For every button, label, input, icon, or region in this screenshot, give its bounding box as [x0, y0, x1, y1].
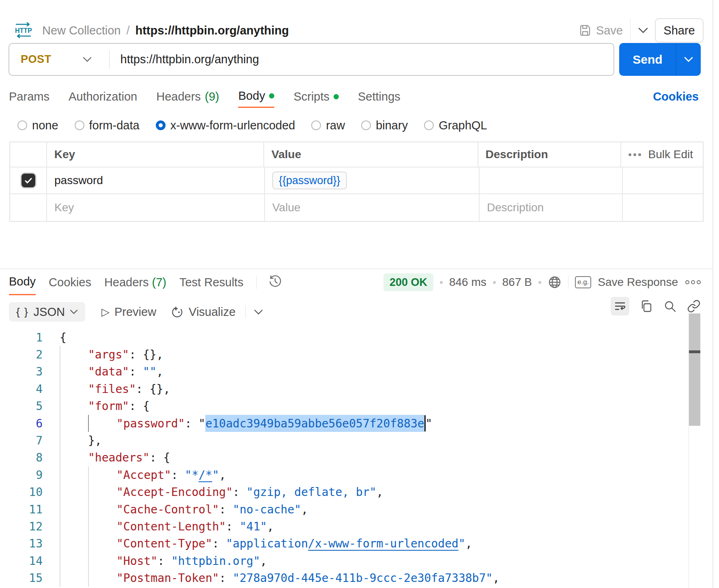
- response-time[interactable]: 846 ms: [449, 276, 487, 289]
- response-tab-test-results[interactable]: Test Results: [179, 269, 243, 295]
- search-icon[interactable]: [663, 300, 676, 313]
- line-number: 14: [0, 554, 43, 568]
- visualize-button[interactable]: Visualize: [171, 305, 236, 319]
- key-placeholder[interactable]: Key: [47, 194, 265, 221]
- description-placeholder[interactable]: Description: [480, 194, 623, 221]
- method-chevron-icon[interactable]: [82, 57, 92, 62]
- send-options-button[interactable]: [676, 57, 701, 62]
- radio-icon[interactable]: [361, 120, 371, 130]
- tab-label: Params: [9, 90, 50, 103]
- code-token: "files": [88, 380, 136, 397]
- variable-pill[interactable]: {{password}}: [272, 172, 347, 189]
- breadcrumb-collection[interactable]: New Collection: [42, 24, 121, 37]
- format-options-chevron-icon[interactable]: [254, 309, 263, 315]
- visualize-icon: [171, 305, 184, 318]
- request-tab-scripts[interactable]: Scripts: [293, 85, 339, 108]
- indent-guide: [60, 398, 88, 415]
- history-icon[interactable]: [267, 273, 283, 289]
- request-tab-body[interactable]: Body: [238, 85, 274, 108]
- method-select[interactable]: POST: [21, 53, 52, 66]
- network-globe-icon[interactable]: [548, 275, 562, 289]
- format-label: JSON: [34, 305, 65, 319]
- code-token: "Content-Type": [116, 535, 212, 552]
- body-mode-none[interactable]: none: [17, 119, 58, 132]
- body-mode-x-www-form-urlencoded[interactable]: x-www-form-urlencoded: [156, 119, 295, 132]
- code-token: {: [143, 398, 150, 415]
- radio-label: GraphQL: [439, 119, 487, 132]
- response-more-options-icon[interactable]: [685, 280, 701, 284]
- line-number: 10: [0, 485, 43, 499]
- code-token: :: [136, 380, 150, 397]
- code-line-15: 15"Postman-Token": "278a970d-445e-411b-9…: [0, 569, 719, 586]
- tab-label: Test Results: [179, 276, 243, 289]
- body-mode-raw[interactable]: raw: [311, 119, 345, 132]
- breadcrumb-request[interactable]: https://httpbin.org/anything: [135, 24, 289, 37]
- format-select[interactable]: { } JSON: [9, 302, 85, 322]
- save-options-chevron-icon[interactable]: [638, 27, 648, 34]
- line-number: 5: [0, 399, 43, 413]
- radio-icon[interactable]: [311, 120, 321, 130]
- table-header-row: Key Value Description Bulk Edit: [10, 142, 703, 167]
- preview-button[interactable]: ▷ Preview: [101, 305, 156, 319]
- radio-label: none: [32, 119, 58, 132]
- dot-separator: [538, 281, 541, 284]
- save-button[interactable]: Save: [579, 24, 623, 37]
- url-box: POST https://httpbin.org/anything: [9, 43, 614, 76]
- response-tab-headers[interactable]: Headers(7): [104, 269, 166, 295]
- tab-label: Settings: [358, 90, 400, 103]
- response-tab-body[interactable]: Body: [9, 269, 36, 295]
- code-token: "Postman-Token": [116, 569, 219, 586]
- line-number: 4: [0, 382, 43, 396]
- green-dot-icon: [334, 94, 339, 99]
- radio-icon[interactable]: [75, 120, 84, 130]
- code-token: :: [233, 484, 247, 501]
- url-input[interactable]: https://httpbin.org/anything: [121, 53, 259, 66]
- response-tab-cookies[interactable]: Cookies: [49, 269, 91, 295]
- request-tab-authorization[interactable]: Authorization: [69, 85, 137, 108]
- indent-guide: [60, 552, 88, 569]
- table-row: password {{password}}: [10, 167, 703, 194]
- indent-guide: [60, 432, 88, 449]
- svg-text:HTTP: HTTP: [15, 27, 32, 34]
- value-placeholder[interactable]: Value: [265, 194, 480, 221]
- bulk-edit-button[interactable]: Bulk Edit: [648, 148, 693, 161]
- code-token: ,: [493, 569, 499, 586]
- column-options-icon[interactable]: [629, 153, 641, 156]
- send-button[interactable]: Send: [619, 43, 701, 76]
- value-cell[interactable]: {{password}}: [265, 167, 480, 194]
- radio-icon[interactable]: [17, 120, 27, 130]
- scrollbar-thumb[interactable]: [689, 313, 700, 426]
- body-mode-GraphQL[interactable]: GraphQL: [424, 119, 487, 132]
- request-tab-settings[interactable]: Settings: [358, 85, 400, 108]
- response-size[interactable]: 867 B: [502, 276, 532, 289]
- body-mode-binary[interactable]: binary: [361, 119, 408, 132]
- code-token: {},: [150, 380, 170, 397]
- code-line-2: 2"args": {},: [0, 346, 719, 363]
- top-actions: Save Share: [579, 18, 704, 43]
- example-icon: e.g.: [575, 276, 591, 288]
- indent-guide: [60, 415, 88, 432]
- code-token: :: [129, 398, 143, 415]
- dot-separator: [440, 281, 443, 284]
- indent-guide: [60, 346, 88, 363]
- radio-icon[interactable]: [156, 120, 166, 130]
- response-body-editor[interactable]: 1{2"args": {},3"data": "",4"files": {},5…: [0, 329, 719, 588]
- share-button[interactable]: Share: [655, 18, 704, 43]
- wrap-lines-button[interactable]: [611, 297, 629, 315]
- http-logo-icon: HTTP: [13, 21, 32, 39]
- radio-icon[interactable]: [424, 120, 434, 130]
- request-tab-params[interactable]: Params: [9, 85, 50, 108]
- indent-guide: [88, 501, 116, 518]
- code-token: :: [157, 552, 171, 569]
- body-mode-form-data[interactable]: form-data: [75, 119, 140, 132]
- request-tab-headers[interactable]: Headers(9): [156, 85, 219, 108]
- link-icon[interactable]: [687, 299, 701, 313]
- save-response-button[interactable]: Save Response: [598, 276, 678, 289]
- key-cell[interactable]: password: [47, 167, 265, 194]
- cookies-link[interactable]: Cookies: [653, 85, 699, 108]
- status-badge[interactable]: 200 OK: [383, 273, 433, 291]
- description-cell[interactable]: [480, 167, 623, 194]
- copy-icon[interactable]: [640, 300, 653, 313]
- line-number: 11: [0, 503, 43, 516]
- row-checkbox[interactable]: [22, 174, 35, 187]
